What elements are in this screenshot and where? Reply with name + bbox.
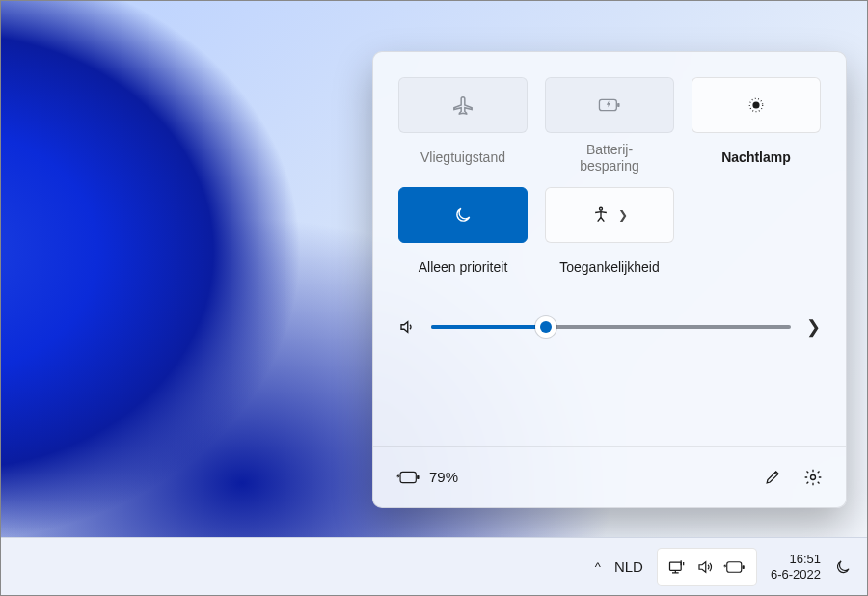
tile-night-light: Nachtlamp	[692, 77, 821, 176]
svg-rect-5	[400, 472, 416, 482]
tile-label: Alleen prioriteit	[419, 251, 508, 285]
volume-slider[interactable]	[431, 325, 791, 329]
moon-icon	[453, 205, 473, 225]
speaker-icon[interactable]	[398, 318, 416, 336]
speaker-tray-icon	[696, 558, 714, 576]
accessibility-icon	[591, 205, 610, 225]
battery-tray-icon	[723, 560, 746, 574]
svg-point-2	[753, 102, 759, 108]
input-language[interactable]: NLD	[614, 558, 643, 575]
airplane-icon	[452, 95, 474, 116]
tile-label: Nachtlamp	[721, 141, 791, 176]
night-light-icon	[746, 95, 766, 115]
svg-point-4	[600, 207, 603, 210]
tile-label: Batterij- besparing	[580, 141, 639, 176]
chevron-right-icon: ❯	[618, 208, 628, 222]
battery-charging-icon	[396, 470, 421, 485]
tile-airplane-mode: Vliegtuigstand	[398, 77, 528, 176]
edit-button[interactable]	[764, 468, 782, 487]
airplane-mode-button[interactable]	[398, 77, 528, 133]
svg-rect-0	[599, 99, 616, 110]
svg-point-7	[811, 474, 816, 479]
settings-button[interactable]	[803, 468, 823, 487]
tile-label: Toegankelijkheid	[559, 251, 660, 285]
night-light-button[interactable]	[692, 77, 821, 133]
volume-row: ❯	[373, 316, 846, 338]
svg-rect-9	[727, 561, 742, 572]
network-icon	[667, 558, 687, 576]
svg-rect-10	[742, 565, 744, 569]
panel-footer: 79%	[373, 446, 846, 507]
quick-settings-panel: Vliegtuigstand Batterij- besparing	[372, 51, 847, 508]
tile-label: Vliegtuigstand	[420, 141, 505, 176]
svg-rect-8	[669, 562, 681, 570]
taskbar-clock[interactable]: 16:51 6-6-2022	[771, 552, 821, 582]
accessibility-button[interactable]: ❯	[545, 187, 674, 243]
clock-time: 16:51	[771, 552, 821, 567]
volume-slider-thumb[interactable]	[535, 316, 556, 338]
battery-saver-icon	[597, 96, 622, 114]
system-tray[interactable]	[657, 548, 757, 586]
svg-rect-1	[617, 103, 619, 107]
footer-actions	[764, 468, 823, 487]
battery-percent-text: 79%	[429, 469, 458, 485]
tray-overflow-chevron[interactable]: ^	[595, 559, 601, 574]
tile-priority-only: Alleen prioriteit	[398, 187, 528, 285]
taskbar: ^ NLD 16:51 6-6-2022	[1, 537, 867, 595]
focus-assist-tray-icon[interactable]	[834, 558, 852, 576]
svg-rect-6	[417, 474, 419, 478]
quick-setting-tiles: Vliegtuigstand Batterij- besparing	[373, 52, 846, 285]
tile-battery-saver: Batterij- besparing	[545, 77, 674, 176]
tile-accessibility: ❯ Toegankelijkheid	[545, 187, 674, 285]
volume-slider-fill	[431, 325, 546, 329]
clock-date: 6-6-2022	[771, 567, 821, 582]
battery-status[interactable]: 79%	[396, 469, 458, 485]
volume-expand-chevron[interactable]: ❯	[806, 316, 821, 338]
priority-only-button[interactable]	[398, 187, 528, 243]
battery-saver-button[interactable]	[545, 77, 674, 133]
